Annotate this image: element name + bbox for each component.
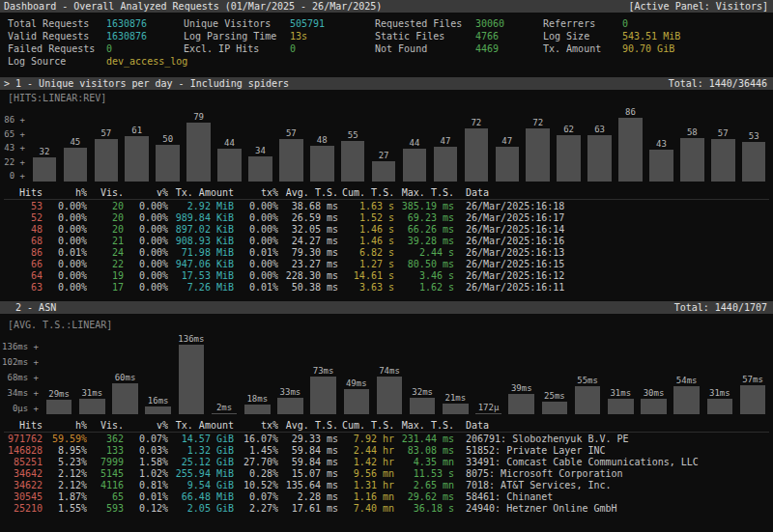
cell-data: 24940: Hetzner Online GmbH: [458, 503, 769, 515]
panel-title: 2 - ASN: [4, 301, 56, 314]
summary-row: Failed Requests0Excl. IP Hits0Not Found4…: [8, 42, 773, 55]
summary-label: Excl. IP Hits: [184, 42, 284, 55]
cell-data: 58461: Chinanet: [458, 491, 769, 503]
bar-value-label: 31ms: [610, 388, 631, 399]
table-row[interactable]: 860.01%240.00%71.98 MiB0.01%79.30 ms6.82…: [4, 247, 769, 259]
table-row[interactable]: 252101.55%5930.12%2.05 GiB2.27%17.61 ms7…: [4, 503, 769, 515]
bar: [145, 406, 171, 414]
column-header: Vis.: [91, 187, 124, 199]
cell-v-pct: 0.00%: [128, 259, 168, 270]
bar: [217, 149, 242, 182]
cell-tx-pct: 2.27%: [238, 503, 278, 515]
y-axis-tick: 22 +: [4, 156, 25, 168]
column-header: tx%: [238, 420, 278, 432]
bar: [465, 128, 489, 182]
y-axis-tick: 86 +: [4, 114, 25, 126]
column-header: Tx. Amount: [172, 187, 234, 199]
cell-hits: 86: [4, 247, 43, 259]
bar: [496, 147, 520, 182]
cell-cum-ts: 1.16 mn: [342, 491, 394, 503]
cell-data: 33491: Comcast Cable Communications, LLC: [458, 457, 769, 468]
asn-table: Hitsh%Vis.v%Tx. Amounttx%Avg. T.S.Cum. T…: [0, 418, 773, 515]
bar: [443, 404, 469, 414]
column-header: tx%: [238, 187, 278, 199]
cell-avg-ts: 79.30 ms: [282, 247, 338, 259]
cell-cum-ts: 6.82 s: [342, 247, 394, 259]
bar-group: 55ms: [573, 333, 602, 414]
table-row[interactable]: 530.00%200.00%2.92 MiB0.00%38.68 ms1.63 …: [4, 201, 769, 212]
table-row[interactable]: 1468288.95%1330.03%1.32 GiB1.45%59.84 ms…: [4, 445, 769, 457]
cell-max-ts: 39.28 ms: [398, 236, 454, 247]
bar-value-label: 58: [687, 127, 698, 138]
bar: [575, 386, 601, 414]
panel-header-visitors[interactable]: > 1 - Unique visitors per day - Includin…: [0, 77, 773, 90]
bar-group: 58: [678, 106, 705, 182]
bar-group: 29ms: [44, 333, 73, 414]
bar-group: 53: [740, 106, 767, 182]
bar-group: 57: [709, 106, 736, 182]
bar-value-label: 44: [410, 138, 420, 149]
table-row[interactable]: 680.00%210.00%908.93 KiB0.00%24.27 ms1.4…: [4, 236, 769, 247]
panel-header-asn[interactable]: 2 - ASN Total: 1440/1707: [0, 301, 773, 314]
cell-visitors: 4116: [91, 480, 124, 491]
bar-group: 31ms: [77, 333, 106, 414]
summary-row: Total Requests1630876Unique Visitors5057…: [8, 17, 773, 30]
cell-max-ts: 3.46 s: [398, 270, 454, 282]
cell-tx-amount: 2.92 MiB: [172, 201, 234, 212]
bar-group: 31ms: [606, 333, 635, 414]
bar-value-label: 39ms: [511, 383, 532, 394]
table-row[interactable]: 305451.87%650.01%66.48 MiB0.07%2.28 ms1.…: [4, 491, 769, 503]
cell-h-pct: 59.59%: [46, 434, 87, 445]
bar: [244, 405, 271, 414]
table-row[interactable]: 660.00%220.00%947.06 KiB0.00%23.27 ms1.2…: [4, 259, 769, 270]
cell-visitors: 20: [91, 201, 124, 212]
bar-value-label: 21ms: [445, 393, 467, 404]
summary-value: 1630876: [106, 17, 178, 30]
table-row[interactable]: 346222.12%41160.81%9.54 GiB10.52%135.64 …: [4, 480, 769, 491]
cell-tx-amount: 7.26 MiB: [172, 282, 234, 294]
y-axis-tick: 68ms +: [7, 372, 39, 383]
bar-group: 34: [246, 106, 273, 182]
table-row[interactable]: 852515.23%79991.58%25.12 GiB27.70%59.84 …: [4, 457, 769, 468]
cell-cum-ts: 7.92 hr: [342, 434, 394, 445]
cell-tx-amount: 897.02 KiB: [172, 224, 234, 236]
cell-h-pct: 1.87%: [46, 491, 87, 503]
bar-value-label: 25ms: [544, 391, 565, 402]
table-row[interactable]: 480.00%200.00%897.02 KiB0.00%32.05 ms1.4…: [4, 224, 769, 236]
goaccess-dashboard: Dashboard - Overall Analyzed Requests (0…: [0, 0, 773, 515]
table-row[interactable]: 520.00%200.00%989.84 KiB0.00%26.59 ms1.5…: [4, 212, 769, 224]
bar: [310, 377, 336, 414]
bar: [673, 386, 700, 414]
cell-hits: 25210: [4, 503, 43, 515]
cell-tx-amount: 66.48 MiB: [172, 491, 234, 503]
bar: [475, 413, 501, 414]
cell-avg-ts: 23.27 ms: [282, 259, 338, 270]
bar-group: 2ms: [210, 333, 239, 414]
bar-value-label: 57: [100, 128, 111, 139]
y-axis-tick: 34ms +: [7, 387, 39, 399]
bar-group: 27: [370, 106, 397, 182]
table-body: 97176259.59%3620.07%14.57 GiB16.07%29.33…: [4, 434, 769, 515]
table-row[interactable]: 346422.12%51451.02%255.94 MiB0.28%15.07 …: [4, 468, 769, 480]
cell-cum-ts: 9.56 mn: [342, 468, 394, 480]
cell-max-ts: 69.23 ms: [398, 212, 454, 224]
bar-group: 72: [525, 106, 552, 182]
cell-hits: 52: [4, 212, 43, 224]
bar-value-label: 29ms: [48, 389, 70, 400]
table-row[interactable]: 630.00%170.00%7.26 MiB0.01%50.38 ms3.63 …: [4, 282, 769, 294]
cell-tx-pct: 16.07%: [238, 434, 278, 445]
bar-value-label: 60ms: [115, 373, 136, 383]
cell-avg-ts: 26.59 ms: [282, 212, 338, 224]
bar-group: 74ms: [375, 333, 404, 414]
cell-cum-ts: 7.40 mn: [342, 503, 394, 515]
column-header: Max. T.S.: [398, 420, 454, 432]
cell-data: 26/Mar/2025:16:13: [458, 247, 769, 259]
bar-value-label: 172μ: [478, 403, 500, 413]
bar-value-label: 33ms: [280, 387, 301, 398]
table-row[interactable]: 640.00%190.00%17.53 MiB0.00%228.30 ms14.…: [4, 270, 769, 282]
summary-label: Failed Requests: [8, 42, 100, 55]
table-row[interactable]: 97176259.59%3620.07%14.57 GiB16.07%29.33…: [4, 434, 769, 445]
bar-value-label: 31ms: [709, 388, 730, 399]
cell-avg-ts: 32.05 ms: [282, 224, 338, 236]
cell-cum-ts: 1.42 hr: [342, 457, 394, 468]
